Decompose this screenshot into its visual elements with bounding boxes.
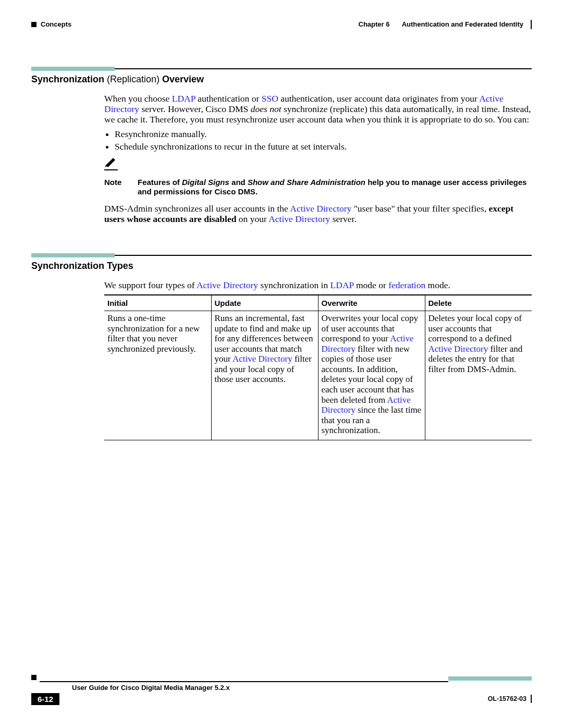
link-active-directory[interactable]: Active Directory — [232, 354, 292, 364]
link-sso[interactable]: SSO — [262, 93, 278, 104]
section-rule — [31, 67, 532, 71]
header-divider-icon — [531, 20, 532, 29]
link-active-directory[interactable]: Active Directory — [197, 280, 258, 290]
link-active-directory[interactable]: Active Directory — [268, 214, 330, 224]
cell-delete: Deletes your local copy of user accounts… — [425, 311, 532, 440]
cell-initial: Runs a one-time synchronization for a ne… — [104, 311, 211, 440]
running-header: Concepts Chapter 6 Authentication and Fe… — [31, 20, 532, 29]
col-overwrite: Overwrite — [318, 295, 425, 311]
table-row: Runs a one-time synchronization for a ne… — [104, 311, 532, 440]
section-sync-types: Synchronization Types We support four ty… — [31, 253, 532, 440]
header-section: Concepts — [41, 21, 71, 29]
overview-para-1: When you choose LDAP authentication or S… — [104, 93, 532, 125]
col-update: Update — [211, 295, 318, 311]
header-right: Chapter 6 Authentication and Federated I… — [359, 20, 532, 29]
overview-para-2: DMS-Admin synchronizes all user accounts… — [104, 203, 532, 224]
col-delete: Delete — [425, 295, 532, 311]
page: Concepts Chapter 6 Authentication and Fe… — [0, 0, 563, 728]
heading-sync-overview: Synchronization (Replication) Overview — [31, 74, 532, 85]
footer-rule — [31, 675, 532, 682]
sync-overview-body: When you choose LDAP authentication or S… — [104, 93, 532, 224]
bullet-schedule-sync: Schedule synchronizations to recur in th… — [115, 141, 532, 152]
note-label: Note — [104, 178, 128, 187]
overview-bullets: Resynchronize manually. Schedule synchro… — [115, 129, 532, 152]
header-left: Concepts — [31, 21, 71, 29]
page-number-badge: 6-12 — [31, 693, 59, 705]
footer-divider-icon — [531, 695, 532, 703]
link-active-directory[interactable]: Active Directory — [429, 344, 488, 354]
square-marker-icon — [31, 675, 36, 680]
note-block: Note Features of Digital Signs and Show … — [104, 156, 532, 196]
square-marker-icon — [31, 22, 36, 27]
footer-doc-id: OL-15762-03 — [488, 695, 532, 703]
cell-update: Runs an incremental, fast update to find… — [211, 311, 318, 440]
link-federation[interactable]: federation — [388, 280, 425, 290]
bullet-resync-manual: Resynchronize manually. — [115, 129, 532, 139]
sync-types-body: We support four types of Active Director… — [104, 280, 532, 440]
link-active-directory[interactable]: Active Directory — [290, 203, 351, 214]
col-initial: Initial — [104, 295, 211, 311]
note-text: Features of Digital Signs and Show and S… — [138, 178, 532, 196]
link-ldap[interactable]: LDAP — [331, 280, 354, 290]
cell-overwrite: Overwrites your local copy of user accou… — [318, 311, 425, 440]
heading-sync-types: Synchronization Types — [31, 261, 532, 272]
header-chapter-label: Chapter 6 — [359, 21, 390, 29]
sync-types-table: Initial Update Overwrite Delete Runs a o… — [104, 294, 532, 440]
footer-guide-title: User Guide for Cisco Digital Media Manag… — [72, 684, 532, 692]
table-header-row: Initial Update Overwrite Delete — [104, 295, 532, 311]
sync-types-intro: We support four types of Active Director… — [104, 280, 532, 290]
link-ldap[interactable]: LDAP — [172, 93, 195, 104]
header-chapter-title: Authentication and Federated Identity — [402, 21, 523, 29]
section-rule — [31, 253, 532, 257]
running-footer: User Guide for Cisco Digital Media Manag… — [31, 675, 532, 705]
note-pencil-icon — [104, 156, 118, 170]
content-area: Synchronization (Replication) Overview W… — [31, 67, 532, 440]
